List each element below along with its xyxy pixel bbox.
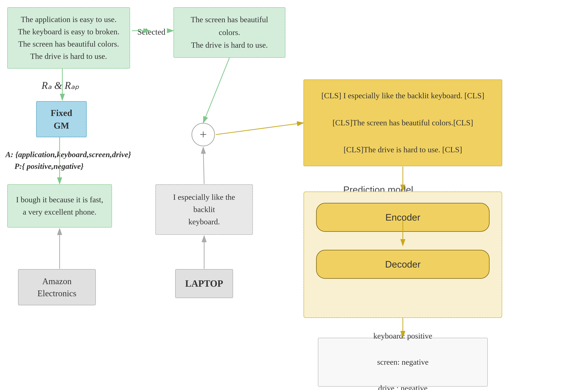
selected-sentences-text: The screen has beautiful colors. The dri… (174, 8, 285, 57)
laptop-review-box: I especially like the backlit keyboard. (155, 184, 253, 235)
amazon-review-text: I bough it because it is fast, a very ex… (9, 188, 110, 224)
a-set-label: A: {application,keyboard,screen,drive} (5, 150, 131, 159)
diagram: The application is easy to use. The keyb… (0, 0, 588, 390)
laptop-source-text: LAPTOP (178, 271, 230, 296)
review-corpus-text: The application is easy to use. The keyb… (11, 8, 127, 68)
review-corpus-box: The application is easy to use. The keyb… (7, 7, 130, 69)
laptop-source-box: LAPTOP (175, 269, 233, 298)
amazon-source-text: Amazon Electronics (30, 270, 84, 305)
amazon-source-box: Amazon Electronics (18, 269, 96, 305)
p-set-label: P:{ positive,negative} (14, 162, 84, 171)
cls-sentences-box: [CLS] I especially like the backlit keyb… (303, 80, 502, 166)
laptop-review-text: I especially like the backlit keyboard. (156, 186, 252, 234)
prediction-model-container: Encoder Decoder (303, 192, 502, 318)
plus-symbol: + (200, 127, 207, 142)
fixed-gm-box: Fixed GM (36, 101, 87, 137)
amazon-review-box: I bough it because it is fast, a very ex… (7, 184, 112, 228)
selected-label: Selected (137, 27, 165, 37)
svg-line-12 (216, 123, 303, 135)
encoder-text: Encoder (385, 212, 420, 223)
predictions-text: keyboard: positive screen: negative driv… (366, 324, 440, 390)
encoder-box: Encoder (316, 203, 490, 232)
cls-sentences-text: [CLS] I especially like the backlit keyb… (314, 84, 491, 162)
ra-rap-label: Rₐ & Rₐₚ (42, 80, 79, 91)
plus-circle: + (192, 123, 215, 146)
decoder-box: Decoder (316, 250, 490, 279)
selected-sentences-box: The screen has beautiful colors. The dri… (173, 7, 286, 58)
svg-line-11 (203, 147, 204, 184)
svg-line-13 (203, 58, 229, 123)
fixed-gm-text: Fixed GM (43, 101, 79, 137)
predictions-box: keyboard: positive screen: negative driv… (318, 338, 488, 387)
decoder-text: Decoder (385, 259, 421, 270)
